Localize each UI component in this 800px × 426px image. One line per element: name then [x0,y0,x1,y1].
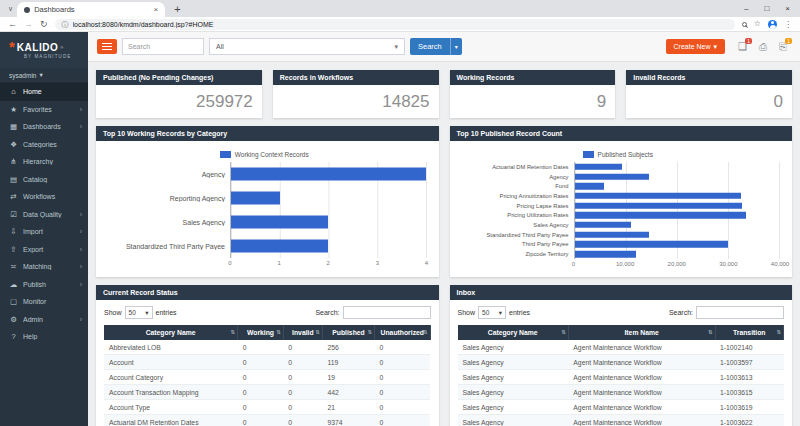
bar[interactable] [231,168,426,181]
bookmark-star-icon[interactable]: ☆ [754,20,761,28]
sort-icon[interactable]: ⇅ [423,329,428,335]
sidebar-item-catalog[interactable]: ▤Catalog [0,171,88,189]
table-search-input[interactable] [696,306,784,319]
column-header[interactable]: Category Name⇅ [104,325,238,340]
show-label: Show [104,309,122,316]
table-row[interactable]: Account Type00210 [104,400,430,415]
sort-icon[interactable]: ⇅ [776,329,781,335]
sort-icon[interactable]: ⇅ [276,329,281,335]
print-icon[interactable]: ⎙ [759,42,767,52]
address-bar[interactable]: ⓘ localhost:8080/kmdm/dashboard.jsp?#HOM… [55,19,735,30]
global-search-input[interactable] [122,38,204,55]
bar[interactable] [575,212,747,219]
column-header[interactable]: Published⇅ [322,325,374,340]
forward-button[interactable]: → [24,20,33,29]
column-header[interactable]: Item Name⇅ [568,325,715,340]
chart-row: Reporting Agency [102,186,427,210]
minimize-button[interactable]: – [744,4,748,13]
category-label: Standardized Third Party Payee [456,232,574,238]
browser-tab[interactable]: Dashboards × [17,2,165,17]
sidebar-item-favorites[interactable]: ★Favorites› [0,101,88,119]
search-scope-select[interactable]: All ▾ [209,38,405,55]
category-label: Zipcode Territory [456,251,574,257]
inbox-table: Category Name⇅Item Name⇅Transition⇅Sales… [458,325,785,426]
column-header[interactable]: Transition⇅ [715,325,783,340]
sidebar-item-workflows[interactable]: ⇄Workflows [0,188,88,206]
table-row[interactable]: Account Transaction Mapping004420 [104,385,430,400]
site-info-icon[interactable]: ⓘ [62,21,69,28]
column-header[interactable]: Category Name⇅ [458,325,569,340]
tab-search-icon[interactable]: ∨ [4,5,17,13]
column-header[interactable]: Invalid⇅ [283,325,322,340]
table-row[interactable]: Sales AgencyAgent Maintenance Workflow1-… [458,370,784,385]
bar[interactable] [575,222,631,229]
column-header[interactable]: Unauthorized⇅ [375,325,430,340]
search-options-caret[interactable]: ▾ [450,38,462,55]
sidebar-item-home[interactable]: ⌂Home [0,83,88,101]
app-logo[interactable]: * KALIDO ® BY MAGNITUDE [0,32,88,68]
bar[interactable] [575,202,742,209]
sidebar-item-hierarchy[interactable]: ⋔Hierarchy [0,153,88,171]
tab-close-icon[interactable]: × [153,5,158,14]
sidebar-item-admin[interactable]: ⚙Admin› [0,311,88,329]
sidebar-item-categories[interactable]: ❖Categories [0,136,88,154]
column-header[interactable]: Working⇅ [238,325,284,340]
sidebar-item-label: Admin [23,316,75,323]
bar[interactable] [575,251,636,258]
table-row[interactable]: Sales AgencyAgent Maintenance Workflow1-… [458,340,784,355]
chart-track [574,210,781,220]
table-search-input[interactable] [343,306,431,319]
table-row[interactable]: Sales AgencyAgent Maintenance Workflow1-… [458,385,784,400]
table-row[interactable]: Sales AgencyAgent Maintenance Workflow1-… [458,355,784,370]
sort-icon[interactable]: ⇅ [561,329,566,335]
sort-icon[interactable]: ⇅ [315,329,320,335]
new-tab-button[interactable]: + [165,3,189,15]
sort-icon[interactable]: ⇅ [367,329,372,335]
table-row[interactable]: Account001190 [104,355,430,370]
table-row[interactable]: Abbreviated LOB002560 [104,340,430,355]
bar[interactable] [231,192,280,205]
zoom-search-icon[interactable] [742,22,747,27]
create-new-button[interactable]: Create New ▾ [666,39,725,54]
sort-icon[interactable]: ⇅ [231,329,236,335]
sidebar-item-data-quality[interactable]: ☑Data Quality› [0,206,88,224]
sidebar-item-import[interactable]: ⇩Import› [0,223,88,241]
table-row[interactable]: Sales AgencyAgent Maintenance Workflow1-… [458,400,784,415]
axis-tick-label: 3 [376,260,379,266]
bar[interactable] [231,240,328,253]
browser-menu-icon[interactable]: ⋮ [784,20,792,29]
reload-button[interactable]: ↻ [40,20,48,29]
page-size-select[interactable]: 50 ▾ [478,306,506,319]
bar[interactable] [575,173,649,180]
sidebar-item-publish[interactable]: ☁Publish› [0,276,88,294]
search-button[interactable]: Search [410,38,450,55]
sidebar-item-label: Publish [23,281,75,288]
table-row[interactable]: Account Category00190 [104,370,430,385]
bar[interactable] [575,193,741,200]
bar[interactable] [575,164,623,171]
sidebar-item-help[interactable]: ?Help [0,328,88,346]
bar[interactable] [575,183,605,190]
sort-icon[interactable]: ⇅ [708,329,713,335]
profile-avatar[interactable] [768,20,777,29]
table-row[interactable]: Actuarial DM Retention Dates0093740 [104,415,430,426]
table-row[interactable]: Sales AgencyAgent Maintenance Workflow1-… [458,415,784,426]
publish-icon: ☁ [9,280,18,289]
maximize-button[interactable]: □ [764,4,769,13]
back-button[interactable]: ← [8,20,17,29]
bar[interactable] [231,216,328,229]
export-queue-icon[interactable]: ⎘ 1 [779,42,787,52]
bar[interactable] [575,241,728,248]
sidebar-item-export[interactable]: ⇧Export› [0,241,88,259]
hamburger-menu-icon[interactable] [97,39,117,54]
bar[interactable] [575,231,649,238]
user-menu[interactable]: sysadmin ▾ [0,68,88,83]
tasks-icon[interactable]: ❏ 1 [738,42,747,52]
chart-row: Agency [456,172,781,182]
sidebar-item-monitor[interactable]: ▢Monitor [0,293,88,311]
table-header-row: Category Name⇅Item Name⇅Transition⇅ [458,325,784,340]
sidebar-item-matching[interactable]: ≍Matching› [0,258,88,276]
sidebar-item-dashboards[interactable]: ▦Dashboards› [0,118,88,136]
page-size-select[interactable]: 50 ▾ [125,306,153,319]
close-window-button[interactable]: × [785,4,790,13]
